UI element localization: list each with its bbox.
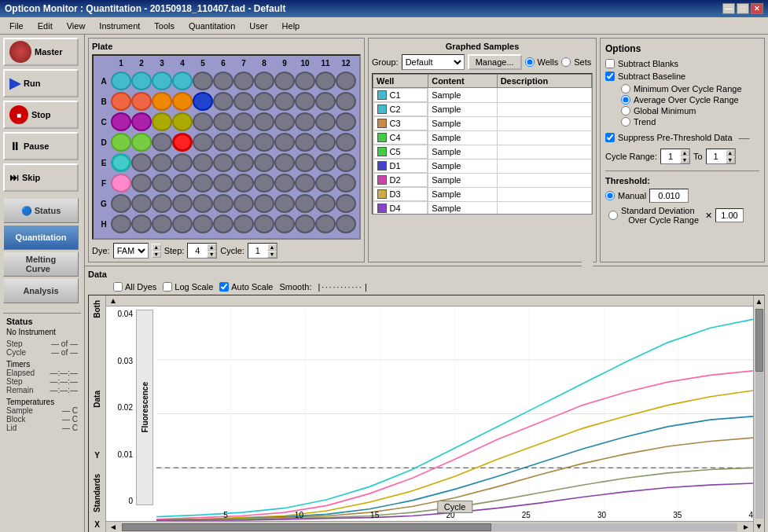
cycle-down-arrow[interactable]: ▼ <box>267 251 277 258</box>
stop-button[interactable]: ■ Stop <box>3 101 79 129</box>
well-c12[interactable] <box>336 112 356 131</box>
well-c3[interactable] <box>152 112 172 131</box>
sample-table-scroll[interactable]: Well Content Description C1 Sample <box>372 73 593 215</box>
well-b10[interactable] <box>295 92 315 111</box>
manual-value-input[interactable] <box>649 189 689 203</box>
well-h4[interactable] <box>172 215 193 233</box>
well-e5[interactable] <box>193 153 213 172</box>
well-c1[interactable] <box>111 112 131 131</box>
well-f12[interactable] <box>336 174 356 193</box>
well-f11[interactable] <box>315 174 336 193</box>
chart-right-scrollbar[interactable]: ▲ ▼ <box>753 295 764 532</box>
well-a5[interactable] <box>193 72 213 90</box>
well-d12[interactable] <box>336 133 356 152</box>
trend-radio[interactable] <box>621 117 630 127</box>
well-h12[interactable] <box>336 215 356 233</box>
well-g8[interactable] <box>254 194 274 213</box>
well-h11[interactable] <box>315 215 336 233</box>
cycle-to-arrows[interactable]: ▲ ▼ <box>726 149 735 163</box>
well-e11[interactable] <box>315 153 336 172</box>
well-f10[interactable] <box>295 174 315 193</box>
well-h9[interactable] <box>274 215 295 233</box>
all-dyes-checkbox[interactable] <box>113 282 123 292</box>
well-e7[interactable] <box>233 153 254 172</box>
well-e10[interactable] <box>295 153 315 172</box>
cycle-to-down[interactable]: ▼ <box>726 156 735 163</box>
table-row[interactable]: D1 Sample <box>373 159 592 173</box>
pause-button[interactable]: ⏸ Pause <box>3 132 79 160</box>
menu-help[interactable]: Help <box>276 20 307 32</box>
well-b6[interactable] <box>213 92 233 111</box>
step-down-arrow[interactable]: ▼ <box>207 251 216 258</box>
well-f3[interactable] <box>152 174 172 193</box>
log-scale-checkbox[interactable] <box>163 282 172 292</box>
menu-quantitation[interactable]: Quantitation <box>182 20 241 32</box>
well-b2[interactable] <box>131 92 152 111</box>
well-b12[interactable] <box>336 92 356 111</box>
table-row[interactable]: C1 Sample <box>373 88 592 103</box>
well-a11[interactable] <box>315 72 336 90</box>
maximize-button[interactable]: □ <box>737 3 749 14</box>
well-h8[interactable] <box>254 215 274 233</box>
menu-tools[interactable]: Tools <box>148 20 181 32</box>
well-g2[interactable] <box>131 194 152 213</box>
table-row[interactable]: C4 Sample <box>373 130 592 145</box>
step-up-arrow[interactable]: ▲ <box>207 244 216 251</box>
scroll-top-arrow[interactable]: ▲ <box>755 295 763 307</box>
well-d9[interactable] <box>274 133 295 152</box>
well-h10[interactable] <box>295 215 315 233</box>
table-row[interactable]: D4 Sample <box>373 201 592 215</box>
group-select[interactable]: Default <box>402 54 465 70</box>
global-minimum-radio[interactable] <box>621 106 630 116</box>
well-d11[interactable] <box>315 133 336 152</box>
well-d2[interactable] <box>131 133 152 152</box>
well-c4[interactable] <box>172 112 193 131</box>
well-f4[interactable] <box>172 174 193 193</box>
well-e8[interactable] <box>254 153 274 172</box>
manual-radio[interactable] <box>605 191 615 200</box>
well-a3[interactable] <box>152 72 172 90</box>
subtract-blanks-checkbox[interactable] <box>605 59 615 68</box>
table-row[interactable]: C2 Sample <box>373 102 592 116</box>
well-c8[interactable] <box>254 112 274 131</box>
step-spinner-arrows[interactable]: ▲ ▼ <box>207 244 216 258</box>
well-b3[interactable] <box>152 92 172 111</box>
well-b11[interactable] <box>315 92 336 111</box>
cycle-from-arrows[interactable]: ▲ ▼ <box>680 149 689 163</box>
well-h3[interactable] <box>152 215 172 233</box>
manage-button[interactable]: Manage... <box>468 54 522 70</box>
well-e6[interactable] <box>213 153 233 172</box>
wells-radio[interactable] <box>525 57 535 67</box>
well-a9[interactable] <box>274 72 295 90</box>
minimize-button[interactable]: — <box>722 3 735 14</box>
well-b4[interactable] <box>172 92 193 111</box>
std-dev-multiplier-input[interactable] <box>715 208 744 222</box>
well-g4[interactable] <box>172 194 193 213</box>
well-g5[interactable] <box>193 194 213 213</box>
well-f5[interactable] <box>193 174 213 193</box>
auto-scale-checkbox[interactable] <box>219 282 229 292</box>
subtract-baseline-checkbox[interactable] <box>605 72 615 81</box>
v-scrollbar-thumb[interactable] <box>755 309 763 372</box>
dye-up-arrow[interactable]: ▲ <box>152 244 161 251</box>
well-g10[interactable] <box>295 194 315 213</box>
well-e12[interactable] <box>336 153 356 172</box>
std-dev-radio[interactable] <box>608 211 618 220</box>
well-g1[interactable] <box>111 194 131 213</box>
well-c7[interactable] <box>233 112 254 131</box>
well-g3[interactable] <box>152 194 172 213</box>
menu-instrument[interactable]: Instrument <box>93 20 146 32</box>
well-h5[interactable] <box>193 215 213 233</box>
cycle-from-up[interactable]: ▲ <box>680 149 689 156</box>
analysis-nav-button[interactable]: Analysis <box>3 278 79 303</box>
table-row[interactable]: D2 Sample <box>373 173 592 187</box>
table-row[interactable]: C3 Sample <box>373 116 592 130</box>
dye-select[interactable]: FAM <box>113 243 149 259</box>
h-scrollbar-thumb[interactable] <box>122 523 491 531</box>
well-c6[interactable] <box>213 112 233 131</box>
well-g6[interactable] <box>213 194 233 213</box>
well-f6[interactable] <box>213 174 233 193</box>
well-b5[interactable] <box>193 92 213 111</box>
well-a1[interactable] <box>111 72 131 90</box>
well-a2[interactable] <box>131 72 152 90</box>
